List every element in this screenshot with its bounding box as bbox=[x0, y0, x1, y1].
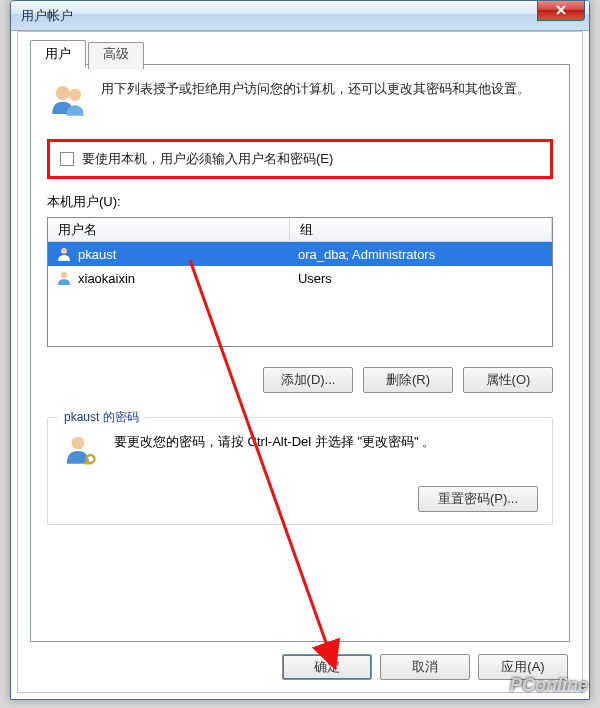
ok-button[interactable]: 确定 bbox=[282, 654, 372, 680]
cell-group: Users bbox=[290, 271, 552, 286]
svg-point-7 bbox=[87, 455, 95, 463]
intro-row: 用下列表授予或拒绝用户访问您的计算机，还可以更改其密码和其他设置。 bbox=[47, 79, 553, 121]
cell-username: xiaokaixin bbox=[78, 271, 135, 286]
intro-text: 用下列表授予或拒绝用户访问您的计算机，还可以更改其密码和其他设置。 bbox=[101, 79, 530, 121]
user-key-icon bbox=[62, 432, 100, 470]
highlight-box: 要使用本机，用户必须输入用户名和密码(E) bbox=[47, 139, 553, 179]
cell-username: pkaust bbox=[78, 247, 116, 262]
svg-point-2 bbox=[56, 86, 70, 100]
tab-bar: 用户 高级 bbox=[30, 40, 146, 67]
checkbox-label: 要使用本机，用户必须输入用户名和密码(E) bbox=[82, 150, 333, 168]
user-list-label: 本机用户(U): bbox=[47, 193, 553, 211]
dialog-window: 用户帐户 用户 高级 用下列表授予或拒绝用户访问您的计算机，还可以更改 bbox=[10, 0, 590, 700]
titlebar: 用户帐户 bbox=[11, 1, 589, 31]
checkbox-icon bbox=[60, 152, 74, 166]
client-area: 用户 高级 用下列表授予或拒绝用户访问您的计算机，还可以更改其密码和其他设置。 … bbox=[17, 31, 583, 693]
password-group: pkaust 的密码 要更改您的密码，请按 Ctrl-Alt-Del 并选择 "… bbox=[47, 417, 553, 525]
cancel-button[interactable]: 取消 bbox=[380, 654, 470, 680]
watermark: PConline bbox=[510, 675, 588, 696]
tab-panel: 用下列表授予或拒绝用户访问您的计算机，还可以更改其密码和其他设置。 要使用本机，… bbox=[30, 64, 570, 642]
svg-point-5 bbox=[61, 272, 67, 278]
properties-button[interactable]: 属性(O) bbox=[463, 367, 553, 393]
add-button[interactable]: 添加(D)... bbox=[263, 367, 353, 393]
svg-point-4 bbox=[61, 248, 67, 254]
close-icon bbox=[555, 5, 567, 15]
users-icon bbox=[47, 79, 89, 121]
group-text: 要更改您的密码，请按 Ctrl-Alt-Del 并选择 "更改密码" 。 bbox=[114, 432, 435, 453]
list-header: 用户名 组 bbox=[48, 218, 552, 242]
svg-point-3 bbox=[69, 89, 81, 101]
list-buttons: 添加(D)... 删除(R) 属性(O) bbox=[47, 367, 553, 393]
cell-group: ora_dba; Administrators bbox=[290, 247, 552, 262]
user-icon bbox=[56, 246, 72, 262]
col-group[interactable]: 组 bbox=[290, 218, 552, 241]
reset-password-button[interactable]: 重置密码(P)... bbox=[418, 486, 538, 512]
svg-point-6 bbox=[72, 437, 85, 450]
col-username[interactable]: 用户名 bbox=[48, 218, 290, 241]
list-item[interactable]: xiaokaixin Users bbox=[48, 266, 552, 290]
group-title: pkaust 的密码 bbox=[58, 409, 145, 426]
tab-advanced[interactable]: 高级 bbox=[88, 42, 144, 69]
close-button[interactable] bbox=[537, 1, 585, 21]
window-title: 用户帐户 bbox=[21, 7, 73, 25]
tab-users[interactable]: 用户 bbox=[30, 40, 86, 67]
titlebar-buttons bbox=[537, 1, 589, 23]
svg-rect-8 bbox=[84, 462, 92, 464]
list-item[interactable]: pkaust ora_dba; Administrators bbox=[48, 242, 552, 266]
user-list[interactable]: 用户名 组 pkaust ora_dba; Administrators bbox=[47, 217, 553, 347]
require-login-checkbox[interactable]: 要使用本机，用户必须输入用户名和密码(E) bbox=[60, 150, 540, 168]
user-icon bbox=[56, 270, 72, 286]
remove-button[interactable]: 删除(R) bbox=[363, 367, 453, 393]
